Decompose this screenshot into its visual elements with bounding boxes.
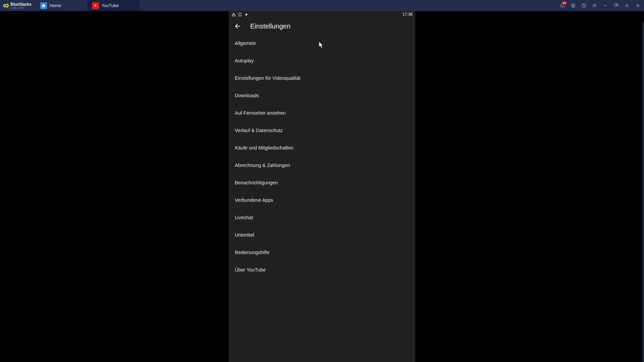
tab-home[interactable]: Home <box>36 0 88 11</box>
settings-item-label: Untertitel <box>235 232 254 238</box>
settings-item-label: Auf Fernseher ansehen <box>235 110 286 116</box>
status-time: 17:36 <box>402 12 413 17</box>
page-title: Einstellungen <box>250 22 290 30</box>
settings-item-video-quality[interactable]: Einstellungen für Videoqualität <box>229 69 415 87</box>
settings-item-captions[interactable]: Untertitel <box>229 226 415 244</box>
notifications-button[interactable]: 13 <box>557 0 568 11</box>
settings-item-label: Abrechnung & Zahlungen <box>235 163 290 168</box>
settings-item-livechat[interactable]: Livechat <box>229 209 415 226</box>
notification-badge: 13 <box>562 1 567 5</box>
coins-button[interactable] <box>568 0 578 11</box>
logo-section: BlueStacks 4.280.1.1002 <box>0 0 34 11</box>
titlebar-right: 13 <box>557 0 644 11</box>
settings-item-purchases[interactable]: Käufe und Mitgliedschaften <box>229 139 415 157</box>
settings-item-history-privacy[interactable]: Verlauf & Datenschutz <box>229 122 415 139</box>
settings-item-label: Benachrichtigungen <box>235 180 278 185</box>
status-icons <box>231 12 249 17</box>
minimize-button[interactable] <box>600 0 610 11</box>
android-status-bar: 17:36 <box>229 11 415 18</box>
expand-sidebar-button[interactable] <box>632 0 643 11</box>
settings-item-label: Allgemein <box>235 41 256 46</box>
android-viewport: 17:36 Einstellungen Allgemein Autoplay E… <box>229 11 415 362</box>
settings-item-accessibility[interactable]: Bedienungshilfe <box>229 244 415 261</box>
settings-item-label: Bedienungshilfe <box>235 250 269 255</box>
settings-item-label: Livechat <box>235 215 253 220</box>
titlebar: BlueStacks 4.280.1.1002 Home YouTube <box>0 0 644 11</box>
version-label: 4.280.1.1002 <box>10 7 32 9</box>
settings-list[interactable]: Allgemein Autoplay Einstellungen für Vid… <box>229 35 415 362</box>
content-area: 17:36 Einstellungen Allgemein Autoplay E… <box>0 11 644 362</box>
settings-item-label: Downloads <box>235 93 259 98</box>
close-button[interactable] <box>621 0 632 11</box>
settings-item-label: Autoplay <box>235 58 254 63</box>
titlebar-left: BlueStacks 4.280.1.1002 Home YouTube <box>0 0 140 11</box>
tab-label: Home <box>50 3 61 8</box>
storage-icon <box>238 12 242 17</box>
brand-name: BlueStacks <box>10 2 32 6</box>
youtube-icon <box>92 2 99 9</box>
tab-youtube[interactable]: YouTube <box>88 0 140 11</box>
settings-item-label: Verbundene Apps <box>235 197 273 203</box>
svg-rect-9 <box>614 4 617 6</box>
menu-button[interactable] <box>589 0 600 11</box>
settings-item-autoplay[interactable]: Autoplay <box>229 52 415 69</box>
settings-item-notifications[interactable]: Benachrichtigungen <box>229 174 415 191</box>
arrow-back-icon <box>234 22 241 30</box>
bluestacks-logo: BlueStacks 4.280.1.1002 <box>3 2 32 9</box>
settings-item-general[interactable]: Allgemein <box>229 35 415 52</box>
settings-item-label: Käufe und Mitgliedschaften <box>235 145 293 150</box>
help-button[interactable] <box>578 0 589 11</box>
warning-icon <box>231 12 236 17</box>
home-icon <box>40 2 47 9</box>
svg-point-2 <box>6 5 7 6</box>
app-header: Einstellungen <box>229 18 415 35</box>
tab-label: YouTube <box>102 3 119 8</box>
settings-item-billing[interactable]: Abrechnung & Zahlungen <box>229 157 415 174</box>
settings-item-downloads[interactable]: Downloads <box>229 87 415 104</box>
collapsed-sidebar[interactable] <box>643 22 644 362</box>
settings-item-about[interactable]: Über YouTube <box>229 261 415 279</box>
back-button[interactable] <box>231 19 244 33</box>
play-icon <box>244 12 249 17</box>
settings-item-label: Einstellungen für Videoqualität <box>235 75 301 81</box>
settings-item-label: Über YouTube <box>235 267 266 273</box>
settings-item-label: Verlauf & Datenschutz <box>235 128 283 133</box>
bluestacks-logo-icon <box>3 2 9 9</box>
settings-item-connected-apps[interactable]: Verbundene Apps <box>229 191 415 209</box>
settings-item-watch-on-tv[interactable]: Auf Fernseher ansehen <box>229 104 415 122</box>
maximize-button[interactable] <box>610 0 621 11</box>
tab-bar: Home YouTube <box>36 0 140 11</box>
